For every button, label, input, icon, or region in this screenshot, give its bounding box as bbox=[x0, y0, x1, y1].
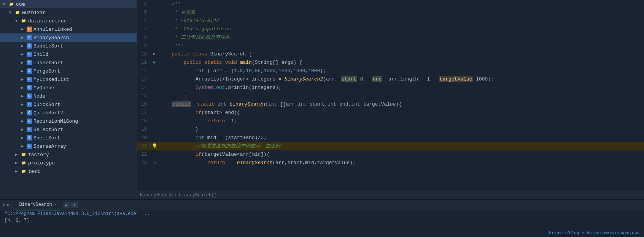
code-line-5: 5 * 吴志新 bbox=[137, 8, 644, 17]
expand-arrow-mergesort: ▶ bbox=[21, 69, 27, 73]
sidebar-item-datastructrue[interactable]: ▼ 📁 datastructrue bbox=[0, 17, 137, 25]
sidebar-item-shellsort[interactable]: ▶ C ShellSort bbox=[0, 134, 137, 142]
line-num-5: 5 bbox=[137, 8, 151, 17]
sidebar-label-com: com bbox=[16, 2, 25, 7]
status-link[interactable]: https://blog.csdn.net/wzx01234567890 bbox=[549, 231, 639, 235]
scroll-down-button[interactable]: ▼ bbox=[71, 202, 78, 208]
expand-arrow-selectsort: ▶ bbox=[21, 127, 27, 132]
line-content-4: /** bbox=[158, 0, 644, 8]
line-content-5: * 吴志新 bbox=[158, 8, 644, 17]
expand-arrow-mylinkedlist: ▶ bbox=[21, 77, 27, 82]
status-bar: https://blog.csdn.net/wzx01234567890 bbox=[0, 229, 644, 237]
sidebar-item-selectsort[interactable]: ▶ C SelectSort bbox=[0, 125, 137, 134]
gutter-21: 💡 bbox=[151, 142, 158, 150]
class-icon-mylinkedlist: C bbox=[27, 77, 32, 82]
sidebar-item-quicksort2[interactable]: ▶ C QuickSort2 bbox=[0, 109, 137, 117]
line-content-21: //如果要查找的数比中间数小，左递归 bbox=[158, 142, 644, 150]
class-icon-node: C bbox=[27, 93, 32, 99]
code-line-9: 9 **/ bbox=[137, 42, 644, 50]
sidebar-label-datastructrue: datastructrue bbox=[28, 18, 67, 24]
gutter-7 bbox=[151, 25, 158, 33]
sidebar-label-prototype: prototype bbox=[28, 160, 55, 166]
line-content-16: public static int binarySearch(int []arr… bbox=[158, 100, 644, 109]
expand-arrow-bubblesort: ▶ bbox=[21, 44, 27, 48]
expand-arrow-insertsort: ▶ bbox=[21, 60, 27, 65]
warning-icon-21: 💡 bbox=[152, 142, 157, 150]
sidebar-label-wuzhixin: wuzhixin bbox=[22, 10, 46, 16]
line-content-14: System.out.println(integers); bbox=[158, 84, 644, 92]
refresh-icon-23: ↻ bbox=[153, 159, 156, 167]
sidebar-item-child[interactable]: ▶ C Child bbox=[0, 50, 137, 58]
sidebar-label-binarysearch: BinarySearch bbox=[33, 35, 69, 41]
gutter-10[interactable]: ▶ bbox=[151, 50, 158, 58]
line-content-11: public static void main(String[] args) { bbox=[158, 58, 644, 67]
line-content-20: int mid = (start+end)/2; bbox=[158, 134, 644, 142]
gutter-11[interactable]: ▶ bbox=[151, 58, 158, 67]
sidebar-item-mylinkedlist[interactable]: ▶ C MyLinkedList bbox=[0, 75, 137, 84]
sidebar-label-node: Node bbox=[33, 93, 45, 99]
sidebar-item-annularlinked[interactable]: ▶ C AnnularLinked bbox=[0, 25, 137, 33]
sidebar-item-sparsearray[interactable]: ▶ C SparseArray bbox=[0, 142, 137, 150]
code-line-14: 14 System.out.println(integers); bbox=[137, 84, 644, 92]
class-icon-annularlinked: C bbox=[27, 27, 32, 32]
code-line-22: 22 if(targetValue<arr[mid]){ bbox=[137, 150, 644, 159]
scroll-up-button[interactable]: ▲ bbox=[63, 202, 70, 208]
code-line-19: 19 } bbox=[137, 125, 644, 134]
expand-arrow-node: ▶ bbox=[21, 94, 27, 98]
gutter-5 bbox=[151, 8, 158, 17]
code-line-4: 4 /** bbox=[137, 0, 644, 8]
sidebar-label-recursionmigong: RecursionMiGong bbox=[33, 118, 78, 124]
sidebar-label-child: Child bbox=[33, 52, 48, 57]
sidebar-item-node[interactable]: ▶ C Node bbox=[0, 92, 137, 100]
code-line-18: 18 return -1; bbox=[137, 117, 644, 125]
bottom-tab-binarysearch[interactable]: BinarySearch ✕ bbox=[16, 200, 59, 210]
code-line-20: 20 int mid = (start+end)/2; bbox=[137, 134, 644, 142]
sidebar-item-prototype[interactable]: ▶ 📁 prototype bbox=[0, 159, 137, 167]
class-icon-mergesort: C bbox=[27, 68, 32, 74]
code-line-16: 16 public static int binarySearch(int []… bbox=[137, 100, 644, 109]
class-icon-recursionmigong: C bbox=[27, 118, 32, 124]
code-line-17: 17 if(start>=end){ bbox=[137, 109, 644, 117]
terminal-cmd-text: "C:\Program Files\Java\jdk1.8.0_112\bin\… bbox=[5, 211, 150, 216]
sidebar-item-quicksort[interactable]: ▶ C QuickSort bbox=[0, 100, 137, 109]
sidebar-item-myqueue[interactable]: ▶ C MyQueue bbox=[0, 84, 137, 92]
line-content-22: if(targetValue<arr[mid]){ bbox=[158, 150, 644, 159]
expand-arrow-factory: ▶ bbox=[15, 152, 21, 157]
expand-arrow-test: ▶ bbox=[15, 169, 21, 174]
sidebar-label-insertsort: InsertSort bbox=[33, 60, 63, 66]
class-icon-binarysearch: C bbox=[27, 35, 32, 40]
terminal-cmd-line: "C:\Program Files\Java\jdk1.8.0_112\bin\… bbox=[0, 210, 644, 217]
expand-arrow-quicksort2: ▶ bbox=[21, 111, 27, 115]
sidebar-label-test: test bbox=[28, 169, 40, 174]
code-scroll[interactable]: 4 /** 5 * 吴志新 6 * 2019/9/5-8:42 7 bbox=[137, 0, 644, 191]
terminal-output-text: [4, 6, 7] bbox=[5, 218, 29, 223]
sidebar-item-mergesort[interactable]: ▶ C MergeSort bbox=[0, 67, 137, 75]
folder-icon-com: 📁 bbox=[8, 1, 14, 7]
line-content-10: public class BinarySearch { bbox=[158, 50, 644, 58]
sidebar-item-binarysearch[interactable]: ▶ C BinarySearch bbox=[0, 33, 137, 42]
class-icon-bubblesort: C bbox=[27, 43, 32, 49]
run-label: Run: bbox=[3, 203, 13, 207]
expand-arrow-child: ▶ bbox=[21, 52, 27, 57]
sidebar-label-myqueue: MyQueue bbox=[33, 85, 54, 91]
line-num-17: 17 bbox=[137, 109, 151, 117]
sidebar-item-bubblesort[interactable]: ▶ C BubbleSort bbox=[0, 42, 137, 50]
sidebar-item-wuzhixin[interactable]: ▼ 📁 wuzhixin bbox=[0, 8, 137, 17]
bottom-content: "C:\Program Files\Java\jdk1.8.0_112\bin\… bbox=[0, 210, 644, 229]
line-num-16: 16 bbox=[137, 100, 151, 109]
line-content-7: * _23designpatterns bbox=[158, 25, 644, 33]
folder-icon-prototype: 📁 bbox=[21, 160, 27, 166]
code-line-6: 6 * 2019/9/5-8:42 bbox=[137, 17, 644, 25]
sidebar-item-recursionmigong[interactable]: ▶ C RecursionMiGong bbox=[0, 117, 137, 125]
line-num-6: 6 bbox=[137, 17, 151, 25]
run-arrow-10: ▶ bbox=[153, 50, 156, 58]
sidebar-item-insertsort[interactable]: ▶ C InsertSort bbox=[0, 58, 137, 67]
sidebar-item-test[interactable]: ▶ 📁 test bbox=[0, 167, 137, 175]
gutter-9 bbox=[151, 42, 158, 50]
sidebar-item-factory[interactable]: ▶ 📁 factory bbox=[0, 150, 137, 159]
folder-icon-factory: 📁 bbox=[21, 152, 27, 158]
sidebar-item-com[interactable]: ▼ 📁 com bbox=[0, 0, 137, 8]
sidebar-label-shellsort: ShellSort bbox=[33, 135, 60, 141]
expand-arrow-wuzhixin: ▼ bbox=[9, 11, 14, 15]
tab-close-icon[interactable]: ✕ bbox=[54, 202, 57, 207]
